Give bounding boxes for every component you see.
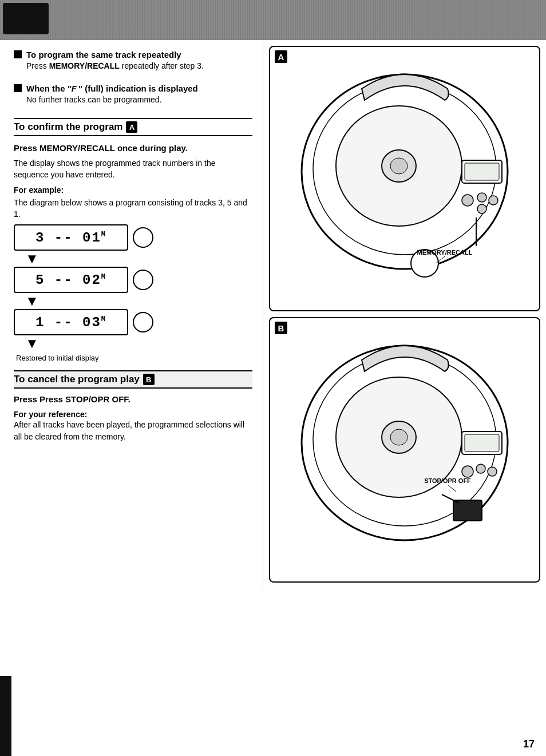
- section-same-track: To program the same track repeatedly Pre…: [14, 49, 252, 77]
- cancel-program-header: To cancel the program play B: [14, 370, 252, 389]
- player-a-illustration: MEMORY/RECALL: [275, 52, 535, 306]
- left-column: To program the same track repeatedly Pre…: [0, 40, 263, 588]
- svg-point-22: [462, 466, 473, 477]
- reference-section: For your reference: After all tracks hav…: [14, 410, 252, 442]
- svg-rect-25: [453, 500, 482, 521]
- cancel-instruction: Press Press STOP/OPR OFF.: [14, 393, 252, 405]
- display-sequence: 3 -- 01M ▼ 5 -- 02M ▼ 1 -- 03M ▼: [14, 224, 252, 362]
- page-number: 17: [523, 738, 535, 750]
- svg-point-19: [390, 429, 407, 445]
- device-label-b: B: [275, 322, 287, 334]
- spine-blob: [0, 676, 11, 756]
- main-content: To program the same track repeatedly Pre…: [0, 40, 546, 588]
- display-circle-3: [133, 312, 153, 333]
- display-row-2: 5 -- 02M: [14, 267, 153, 293]
- display-circle-1: [133, 227, 153, 248]
- arrow-1: ▼: [25, 252, 39, 266]
- display-circle-2: [133, 270, 153, 290]
- svg-point-7: [462, 195, 473, 206]
- cancel-program-title: To cancel the program play: [14, 374, 140, 385]
- right-column: A: [263, 40, 546, 588]
- reference-label: For your reference:: [14, 410, 87, 419]
- display-box-3: 1 -- 03M: [14, 309, 128, 335]
- svg-point-4: [390, 158, 407, 174]
- confirm-badge: A: [126, 121, 137, 133]
- device-box-a: A: [269, 46, 540, 311]
- player-a-svg: MEMORY/RECALL: [293, 57, 516, 303]
- display-text-3: 1 -- 03M: [35, 315, 106, 330]
- svg-point-9: [489, 196, 498, 205]
- svg-text:MEMORY/RECALL: MEMORY/RECALL: [417, 249, 473, 256]
- for-example-label: For example:: [14, 185, 252, 195]
- arrow-3: ▼: [25, 337, 39, 350]
- display-text-2: 5 -- 02M: [35, 272, 106, 288]
- restored-text: Restored to initial display: [16, 354, 99, 362]
- for-example-body: The diagram below shows a program consis…: [14, 197, 252, 220]
- header-bar: [0, 0, 546, 40]
- svg-point-8: [477, 193, 486, 202]
- device-box-b: B: [269, 317, 540, 583]
- display-row-3: 1 -- 03M: [14, 309, 153, 335]
- reference-body: After all tracks have been played, the p…: [14, 419, 252, 442]
- player-b-svg: STOP/OPR OFF: [293, 328, 516, 575]
- confirm-body: The display shows the programmed track n…: [14, 157, 252, 181]
- display-box-2: 5 -- 02M: [14, 267, 128, 293]
- svg-rect-6: [465, 163, 499, 180]
- bullet-icon: [14, 50, 22, 58]
- arrow-2: ▼: [25, 294, 39, 308]
- svg-text:STOP/OPR OFF: STOP/OPR OFF: [424, 477, 471, 484]
- display-text-1: 3 -- 01M: [35, 230, 106, 246]
- svg-point-10: [477, 204, 486, 213]
- full-indication-title: When the "F " (full) indication is displ…: [26, 83, 198, 94]
- svg-rect-21: [465, 434, 499, 452]
- same-track-title: To program the same track repeatedly: [26, 49, 204, 61]
- svg-point-24: [488, 467, 497, 476]
- full-indication-body: No further tracks can be programmed.: [26, 94, 198, 106]
- cancel-badge: B: [143, 374, 155, 385]
- player-b-illustration: STOP/OPR OFF: [275, 323, 535, 577]
- stop-opr-text: Press STOP/OPR OFF.: [39, 394, 130, 404]
- svg-point-23: [476, 464, 485, 473]
- confirm-program-header: To confirm the program A: [14, 118, 252, 136]
- same-track-body: Press MEMORY/RECALL repeatedly after ste…: [26, 61, 204, 72]
- section-full-indication: When the "F " (full) indication is displ…: [14, 83, 252, 111]
- bullet-icon-2: [14, 84, 22, 92]
- display-box-1: 3 -- 01M: [14, 224, 128, 251]
- header-black-blob: [3, 3, 49, 34]
- display-row-1: 3 -- 01M: [14, 224, 153, 251]
- confirm-instruction: Press MEMORY/RECALL once during play.: [14, 142, 252, 154]
- device-label-a: A: [275, 50, 287, 63]
- confirm-program-title: To confirm the program: [14, 121, 122, 133]
